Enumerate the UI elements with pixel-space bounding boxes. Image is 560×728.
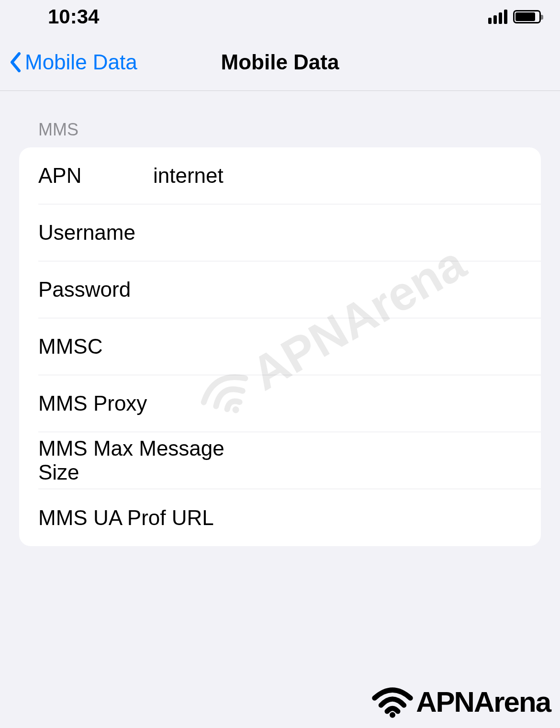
mms-proxy-input[interactable] [259, 392, 522, 415]
mmsc-row[interactable]: MMSC [19, 318, 541, 375]
navigation-bar: Mobile Data Mobile Data [0, 34, 560, 91]
cellular-signal-icon [488, 10, 507, 24]
apn-row[interactable]: APN [19, 147, 541, 204]
apn-input[interactable] [153, 164, 522, 188]
battery-icon [513, 10, 541, 23]
chevron-left-icon [10, 52, 21, 72]
username-row[interactable]: Username [19, 204, 541, 261]
username-label: Username [38, 221, 153, 245]
settings-group-mms: APN Username Password MMSC [19, 147, 541, 546]
svg-point-1 [390, 712, 395, 718]
password-label: Password [38, 278, 153, 302]
password-input[interactable] [153, 278, 522, 302]
back-label: Mobile Data [25, 50, 137, 74]
mms-ua-prof-input[interactable] [259, 506, 522, 530]
username-input[interactable] [153, 221, 522, 245]
apn-label: APN [38, 164, 153, 188]
mmsc-label: MMSC [38, 335, 153, 358]
section-header-mms: MMS [19, 120, 541, 147]
mms-ua-prof-row[interactable]: MMS UA Prof URL [19, 489, 541, 546]
wifi-icon [371, 685, 414, 718]
mms-max-size-input[interactable] [259, 448, 522, 472]
watermark-logo: APNArena [371, 685, 550, 718]
mms-max-size-label: MMS Max Message Size [38, 437, 259, 484]
back-button[interactable]: Mobile Data [10, 50, 137, 74]
status-bar: 10:34 [0, 0, 560, 34]
page-title: Mobile Data [221, 50, 339, 74]
mms-max-size-row[interactable]: MMS Max Message Size [19, 432, 541, 489]
status-icons [488, 10, 541, 24]
password-row[interactable]: Password [19, 261, 541, 318]
mms-proxy-row[interactable]: MMS Proxy [19, 375, 541, 432]
mms-proxy-label: MMS Proxy [38, 392, 259, 415]
logo-text: APNArena [416, 685, 550, 718]
mmsc-input[interactable] [153, 335, 522, 358]
mms-ua-prof-label: MMS UA Prof URL [38, 506, 259, 530]
status-time: 10:34 [48, 5, 99, 28]
content-area: MMS APN Username Password MMSC [0, 91, 560, 546]
